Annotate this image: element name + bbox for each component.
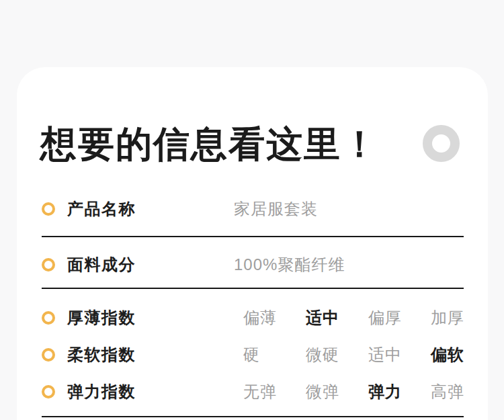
index-options: 偏薄 适中 偏厚 加厚 <box>243 307 493 329</box>
index-option: 适中 <box>306 307 368 329</box>
index-row-label: 弹力指数 <box>67 381 136 403</box>
bullet-ring-icon <box>42 258 55 271</box>
index-option: 无弹 <box>243 381 306 403</box>
product-info-card: 想要的信息看这里！ 产品名称 家居服套装 面料成分 100%聚酯纤维 厚薄指数 … <box>17 67 488 420</box>
divider <box>42 416 464 417</box>
info-row-label: 产品名称 <box>67 198 136 220</box>
index-options: 无弹 微弹 弹力 高弹 <box>243 381 493 403</box>
index-option: 微弹 <box>306 381 368 403</box>
index-option: 微硬 <box>306 344 368 366</box>
index-option: 偏厚 <box>368 307 431 329</box>
page-title: 想要的信息看这里！ <box>40 121 379 167</box>
index-row-softness: 柔软指数 硬 微硬 适中 偏软 <box>42 343 464 366</box>
index-option: 高弹 <box>431 381 493 403</box>
decorative-ring-icon <box>423 125 460 162</box>
index-options: 硬 微硬 适中 偏软 <box>243 344 493 366</box>
info-row-value: 家居服套装 <box>234 198 318 220</box>
index-option: 偏薄 <box>243 307 306 329</box>
index-option: 偏软 <box>431 344 493 366</box>
info-row-fabric: 面料成分 100%聚酯纤维 <box>42 253 464 276</box>
index-option: 适中 <box>368 344 431 366</box>
bullet-ring-icon <box>42 348 55 362</box>
info-row-value: 100%聚酯纤维 <box>234 254 345 276</box>
index-option: 加厚 <box>431 307 493 329</box>
bullet-ring-icon <box>42 385 55 398</box>
info-row-product-name: 产品名称 家居服套装 <box>42 198 464 220</box>
index-row-label: 柔软指数 <box>67 344 136 366</box>
index-option: 弹力 <box>368 381 431 403</box>
divider <box>42 236 464 237</box>
index-row-thickness: 厚薄指数 偏薄 适中 偏厚 加厚 <box>42 306 464 329</box>
divider <box>42 288 464 289</box>
bullet-ring-icon <box>42 311 55 325</box>
bullet-ring-icon <box>42 202 55 216</box>
index-row-label: 厚薄指数 <box>67 307 136 329</box>
product-info-page: 想要的信息看这里！ 产品名称 家居服套装 面料成分 100%聚酯纤维 厚薄指数 … <box>0 0 504 420</box>
index-option: 硬 <box>243 344 306 366</box>
index-row-elasticity: 弹力指数 无弹 微弹 弹力 高弹 <box>42 380 464 403</box>
info-row-label: 面料成分 <box>67 254 136 276</box>
